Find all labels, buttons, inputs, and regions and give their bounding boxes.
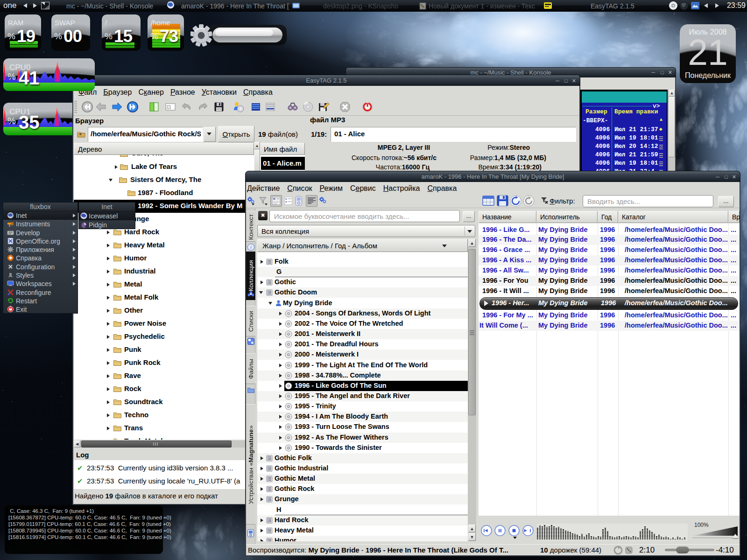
svg-text:i: i	[250, 245, 252, 250]
